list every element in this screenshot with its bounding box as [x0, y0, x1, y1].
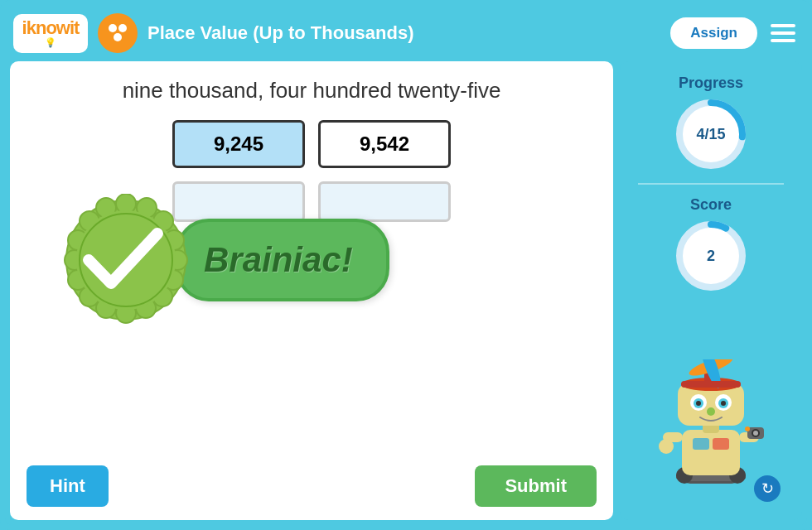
- svg-point-35: [659, 439, 674, 454]
- answer-choices: 9,245 9,542: [27, 120, 597, 168]
- robot-mascot: [653, 359, 769, 484]
- svg-rect-31: [693, 438, 709, 450]
- choice-2[interactable]: 9,542: [318, 120, 451, 168]
- nav-arrow-icon: ↻: [761, 479, 774, 498]
- svg-point-38: [753, 431, 758, 436]
- svg-point-46: [696, 401, 701, 406]
- progress-label: Progress: [679, 75, 743, 92]
- assign-button[interactable]: Assign: [670, 17, 757, 49]
- score-label: Score: [690, 196, 732, 214]
- progress-value: 4/15: [696, 126, 725, 143]
- menu-button[interactable]: [767, 21, 799, 46]
- svg-rect-32: [713, 438, 729, 450]
- svg-rect-30: [682, 430, 740, 475]
- svg-point-0: [109, 24, 117, 32]
- svg-point-47: [721, 401, 726, 406]
- mascot-area: [630, 301, 792, 484]
- progress-card: Progress 4/15: [630, 75, 792, 171]
- rosette-badge: [60, 194, 192, 326]
- hamburger-line: [771, 31, 795, 35]
- question-text: nine thousand, four hundred twenty-five: [27, 78, 597, 104]
- logo: iknowit 💡: [13, 14, 88, 53]
- progress-circle: 4/15: [674, 97, 748, 171]
- svg-point-39: [745, 426, 750, 431]
- divider: [638, 183, 784, 185]
- logo-bulb: 💡: [45, 37, 56, 48]
- activity-title: Place Value (Up to Thousands): [147, 22, 660, 44]
- score-card: Score 2: [630, 196, 792, 293]
- hamburger-line: [771, 39, 795, 42]
- activity-icon: [98, 13, 138, 53]
- svg-point-2: [114, 33, 122, 41]
- choice-1[interactable]: 9,245: [172, 120, 305, 168]
- bottom-bar: Hint Submit: [27, 459, 597, 507]
- score-circle: 2: [674, 219, 748, 293]
- svg-point-48: [707, 407, 715, 416]
- hint-button[interactable]: Hint: [27, 465, 109, 507]
- hamburger-line: [771, 24, 795, 27]
- brainiac-overlay: Brainiac!: [60, 194, 389, 326]
- question-panel: nine thousand, four hundred twenty-five …: [10, 61, 613, 520]
- svg-rect-53: [681, 381, 741, 388]
- logo-text: iknowit: [22, 19, 80, 37]
- submit-button[interactable]: Submit: [475, 465, 597, 507]
- brainiac-text: Brainiac!: [204, 240, 353, 279]
- right-panel: Progress 4/15 Score: [620, 61, 802, 520]
- brainiac-banner: Brainiac!: [176, 219, 389, 301]
- score-value: 2: [707, 248, 715, 265]
- nav-arrow[interactable]: ↻: [754, 475, 781, 502]
- svg-point-1: [118, 24, 127, 32]
